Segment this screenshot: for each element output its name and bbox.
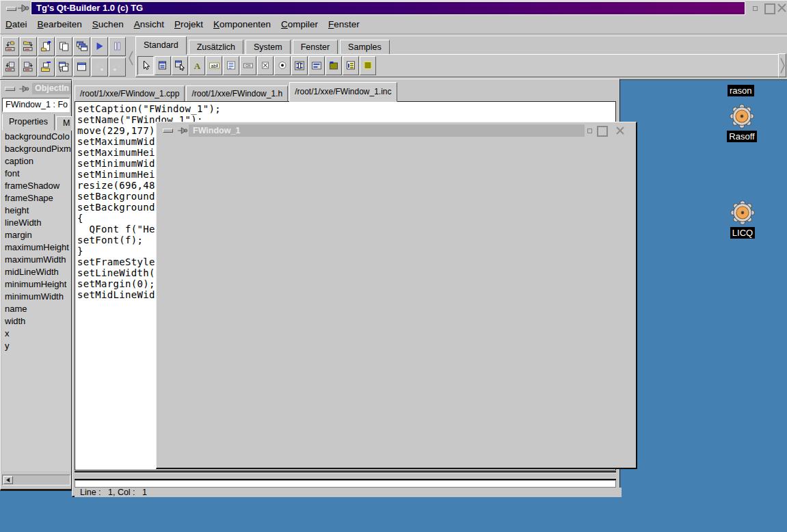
- object-selector-combo[interactable]: FWindow_1 : Fo: [2, 98, 70, 112]
- property-item[interactable]: backgroundPixm: [2, 143, 71, 155]
- file-open-button[interactable]: [2, 57, 19, 77]
- list-box-icon: [226, 60, 237, 71]
- project-open-button[interactable]: [2, 37, 19, 56]
- close-button[interactable]: [615, 126, 625, 135]
- frame-button[interactable]: [360, 56, 376, 75]
- check-box-button[interactable]: [257, 56, 274, 75]
- palette-tab-fenster[interactable]: Fenster: [293, 40, 338, 55]
- inspector-horizontal-scrollbar[interactable]: [2, 475, 70, 486]
- property-item[interactable]: margin: [2, 229, 71, 241]
- slider-button[interactable]: [291, 56, 308, 75]
- property-item[interactable]: lineWidth: [2, 217, 71, 229]
- property-item[interactable]: midLineWidth: [2, 266, 71, 278]
- vbox-widget-icon: [157, 60, 169, 71]
- editor-tab[interactable]: /root/1/xxe/FWindow_1.cpp: [75, 85, 185, 102]
- list-box-button[interactable]: [223, 56, 239, 75]
- line-edit-button[interactable]: ab: [206, 56, 222, 75]
- toolbar-row-2: [2, 57, 126, 77]
- property-item[interactable]: frameShape: [2, 192, 71, 204]
- property-item[interactable]: font: [2, 168, 71, 180]
- pause-button[interactable]: [109, 37, 126, 56]
- sticky-button[interactable]: [587, 129, 592, 133]
- undo-button[interactable]: [91, 57, 108, 77]
- editor-tab[interactable]: /root/1/xxe/FWindow_1.inc: [289, 82, 397, 102]
- palette-tab-system[interactable]: System: [245, 40, 291, 55]
- menu-item-compiler[interactable]: Compiler: [281, 19, 318, 29]
- property-item[interactable]: minimumHeight: [2, 278, 71, 291]
- pin-icon[interactable]: [177, 127, 188, 135]
- menu-item-bearbeiten[interactable]: Bearbeiten: [38, 19, 82, 29]
- file-close-button[interactable]: [38, 57, 55, 77]
- palette-tab-standard[interactable]: Standard: [135, 36, 187, 55]
- property-item[interactable]: height: [2, 204, 71, 217]
- close-button[interactable]: [777, 3, 787, 13]
- editor-horizontal-scrollbar[interactable]: [75, 471, 616, 480]
- cascade-windows-button[interactable]: [73, 37, 90, 56]
- minimize-icon[interactable]: [5, 87, 15, 91]
- widget-picker-button[interactable]: [172, 56, 188, 75]
- run-button[interactable]: [91, 37, 108, 56]
- label-button[interactable]: A: [189, 56, 205, 75]
- list-view-button[interactable]: [343, 56, 359, 75]
- menu-item-datei[interactable]: Datei: [5, 19, 27, 29]
- pin-icon[interactable]: [17, 3, 29, 13]
- select-pointer-button[interactable]: [137, 56, 154, 75]
- check-box-icon: [260, 60, 271, 71]
- radio-button-button[interactable]: [274, 56, 291, 75]
- maximize-button[interactable]: [597, 126, 608, 137]
- desktop-icon-licq[interactable]: LICQ: [729, 199, 756, 239]
- object-inspector-titlebar[interactable]: ObjectIn: [2, 83, 70, 94]
- svg-text:ab: ab: [211, 64, 216, 68]
- property-item[interactable]: maximumWidth: [2, 254, 71, 266]
- property-item[interactable]: name: [2, 303, 71, 315]
- list-view-icon: [345, 60, 357, 71]
- copy-files-button[interactable]: [55, 37, 72, 56]
- toggle-form-code-icon: [58, 62, 70, 72]
- palette-panel: AabOK: [135, 54, 779, 77]
- editor-tab[interactable]: /root/1/xxe/FWindow_1.h: [186, 85, 288, 102]
- desktop-icon-rason[interactable]: rason: [728, 84, 754, 96]
- form-window-titlebar[interactable]: FWindow_1: [159, 124, 634, 137]
- scroll-left-arrow-icon[interactable]: [3, 476, 13, 484]
- redo-icon: [111, 62, 123, 72]
- property-item[interactable]: frameShadow: [2, 180, 71, 192]
- show-window-button[interactable]: [73, 57, 90, 77]
- minimize-icon[interactable]: [6, 7, 16, 11]
- pin-icon[interactable]: [18, 85, 29, 93]
- minimize-icon[interactable]: [163, 129, 173, 133]
- palette-tab-zusätzlich[interactable]: Zusätzlich: [189, 40, 243, 55]
- sticky-button[interactable]: [753, 6, 758, 11]
- property-item[interactable]: x: [2, 328, 71, 340]
- form-window[interactable]: FWindow_1: [156, 122, 637, 469]
- maximize-button[interactable]: [764, 3, 775, 14]
- push-button-button[interactable]: OK: [240, 56, 256, 75]
- palette-tab-samples[interactable]: Samples: [340, 40, 390, 55]
- menu-item-projekt[interactable]: Projekt: [174, 19, 203, 29]
- property-item[interactable]: caption: [2, 155, 71, 168]
- toggle-form-code-button[interactable]: [55, 57, 72, 77]
- property-item[interactable]: minimumWidth: [2, 291, 71, 303]
- file-save-button[interactable]: [20, 57, 37, 77]
- menu-item-suchen[interactable]: Suchen: [92, 19, 124, 29]
- file-new-button[interactable]: [38, 37, 55, 56]
- property-item[interactable]: maximumHeight: [2, 241, 71, 254]
- group-box-button[interactable]: [325, 56, 342, 75]
- menu-item-ansicht[interactable]: Ansicht: [134, 19, 164, 29]
- object-inspector-window: ObjectIn FWindow_1 : Fo PropertiesM back…: [0, 80, 72, 491]
- inspector-tab-m[interactable]: M: [56, 116, 72, 131]
- scroll-bar-button[interactable]: [308, 56, 325, 75]
- menu-item-fenster[interactable]: Fenster: [328, 19, 360, 29]
- property-item[interactable]: y: [2, 340, 71, 352]
- property-item[interactable]: width: [2, 315, 71, 328]
- redo-button[interactable]: [109, 57, 126, 77]
- main-window-titlebar[interactable]: Tg's Qt-Builder 1.0 (c) TG: [31, 1, 745, 15]
- application-toolbar-area: Tg's Qt-Builder 1.0 (c) TG DateiBearbeit…: [0, 0, 787, 80]
- vbox-widget-button[interactable]: [155, 56, 171, 75]
- menu-item-komponenten[interactable]: Komponenten: [213, 19, 271, 29]
- desktop-icon-rasoff[interactable]: Rasoff: [727, 103, 757, 142]
- project-save-button[interactable]: [20, 37, 37, 56]
- palette-scroll-left-button[interactable]: [127, 38, 135, 77]
- property-item[interactable]: backgroundColo: [2, 131, 71, 143]
- inspector-tab-properties[interactable]: Properties: [2, 114, 55, 131]
- palette-scroll-right-button[interactable]: [778, 53, 786, 77]
